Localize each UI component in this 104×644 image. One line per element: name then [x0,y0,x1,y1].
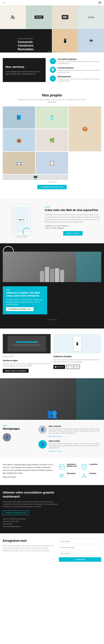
temoignages-title: témoignages [3,427,34,430]
dream-left: HELLO! Image de Freepik [3,204,40,238]
projets-cta-button[interactable]: APPRENEZ ENCORE PLUS [38,185,66,189]
testimonial-name-2: NORA POISÉ [49,440,101,442]
apprentissage-right: 24/7 Assistance 24h/24 et 7j/7 La gestio [58,463,101,480]
apprent-card-2: La gestion [81,463,101,470]
footer-cta-section: Obtenez votre consultation gratuite main… [0,485,104,533]
version-online-body: Duis aute irure dolor in reprehenderit i… [3,363,50,367]
dream-feature-2: Prise en charge multilingue [45,227,101,229]
projets-grid: 📘 🧴 🍪 👜 🌿 📇 📋 💻 [3,106,101,180]
svg-rect-2 [82,464,87,469]
testimonial-name-1: NINA LARÇON [49,425,101,427]
temoignages-section: témoignages 👤 👤 NINA LARÇON "Duis aute i… [0,420,104,458]
temoignages-image-banner: 👥 [0,378,104,420]
service-title-2: Commercialisation [58,67,101,69]
service-card-2: 📊 Commercialisation Sample text. Click t… [50,67,101,73]
obtenir-title: Obtenez le meilleur site Web conçu pour … [6,292,44,297]
footer-cta-button[interactable]: CONSULTATION GRATUITE [3,510,29,515]
temoignages-right: 👤 NINA LARÇON "Duis aute irure dolor in … [38,425,101,452]
hero-image-7: 💻 [78,29,104,52]
service-body-1: Sample text. Click to select the text bo… [58,61,101,64]
google-play-button[interactable]: Google Play [66,365,80,369]
app-store-button[interactable]: App Store [54,365,65,369]
projet-image-8: 💻 [3,174,68,180]
register-email-input[interactable] [59,545,101,550]
version-mobile-card: 📱 Préférez-le Portable Duis aute irure d… [54,334,101,373]
apprentissage-body: Nous offrons un apprentissage en ligne f… [3,463,54,475]
testimonial-body-2: "Duis aute irure dolor in reprehenderit … [49,443,101,449]
dream-phone-mockup: HELLO! [13,204,30,235]
version-online-card: Image de Freepik Version en ligne Duis a… [3,334,50,373]
navbar: logo [0,0,104,6]
hamburger-menu-button[interactable] [98,2,101,4]
testimonial-avatar-2: 👤 [38,440,47,448]
apprent-title-2: La gestion [89,463,98,465]
footer-cta-body: Pellentesque, lorem adipiscing elit null… [3,500,58,508]
register-password-input[interactable] [59,551,101,556]
app-store-label: App Store [58,366,64,368]
projet-image-2: 🧴 [36,106,68,128]
register-submit-button[interactable]: S'INSCRIRE [59,557,101,562]
hero-image-5: À PROPOS DE NOUS Concevoir.Construire.Re… [0,29,52,52]
footer-email: nomenterprise@exemple.com [3,526,21,527]
testimonial-body-1: "Duis aute irure dolor in reprehenderit … [49,428,101,434]
hero-image-2: MOCKUP [26,6,52,29]
register-title: Enregistrez-moi! [3,539,54,542]
store-buttons: App Store Google Play [54,365,101,369]
register-firstname-input[interactable] [59,539,101,544]
service-icon-3: </> [50,76,56,82]
testimonial-link-1[interactable]: Apprenez encore plus [49,436,62,437]
projet-image-4: 👜 [3,129,35,151]
version-online-image [3,334,50,354]
service-body-3: Sample text. Click to select the text bo… [58,78,101,82]
version-browser-button[interactable]: Débuler dans le navigateur [3,369,28,373]
dream-body: L'OFB delivers to nullam et id laculis e… [45,214,101,223]
register-section: Enregistrez-moi! En fait, votre sera mei… [0,533,104,567]
hero-image-1: & [0,6,26,29]
footer-cta-title: Obtenez votre consultation gratuite main… [3,490,58,498]
dream-caption: Image de Freepik [3,236,40,238]
projet-image-7: 📋 [36,152,68,174]
apprent-title-1: Assistance 24h/24 et 7j/7 [67,463,79,467]
hero-image-6: 📱 [52,29,78,52]
testimonial-link-2[interactable]: Apprenez encore plus [49,450,62,452]
service-body-2: Sample text. Click to select the text bo… [58,70,101,73]
version-mobile-image: 📱 [54,334,101,354]
service-card-3: </> Développement Sample text. Click to … [50,76,101,82]
version-caption-1: Image de Freepik [3,356,50,358]
projets-section: Nos projets Will aliquet eget id consect… [0,88,104,195]
apprent-icon-1: 24/7 [58,463,65,470]
footer-address: New York, 4456 Parker Rd. Allentown,New … [3,518,26,522]
register-left: Enregistrez-moi! En fait, votre sera mei… [3,539,54,562]
services-description: Lorem text lorem lorem text lorem lorem … [6,70,43,75]
apprent-card-3: Partenariat [58,472,79,480]
projet-image-6: 📇 [3,152,35,174]
service-card-1: ✏ Conception graphique Sample text. Clic… [50,58,101,64]
obtenir-text-box: Obtenez le meilleur site Web conçu pour … [3,286,47,314]
footer-contact: New York, 4456 Parker Rd. Allentown,New … [3,518,26,528]
projet-image-1: 📘 [3,106,35,128]
teal-accent [76,252,101,282]
apprent-card-1: 24/7 Assistance 24h/24 et 7j/7 [58,463,79,470]
apprentissage-section: Nous offrons un apprentissage en ligne f… [0,458,104,485]
dream-cta-button[interactable]: VOIR LA SUITE [63,231,83,236]
obtenir-team-image [3,252,101,282]
services-title: Nos services [6,65,43,69]
dream-section: HELLO! Image de Freepik Créez votre site… [0,199,104,243]
version-section: Image de Freepik Version en ligne Duis a… [0,328,104,378]
dream-features: Assistance par e-mail et téléphone Prise… [45,225,101,229]
services-section: Nos services Lorem text lorem lorem text… [0,52,104,88]
apprent-title-4: Contacts [89,472,96,474]
dream-feature-1: Assistance par e-mail et téléphone [45,225,101,227]
apprentissage-caption: Image de Freepik [3,476,54,478]
temoignages-left: témoignages 👤 [3,425,34,452]
svg-text:24/7: 24/7 [60,466,64,468]
obtenir-cta-button[interactable]: APPRENEZ ENCORE PLUS [6,307,34,311]
testimonial-avatar-1: 👤 [38,425,47,434]
services-left: Nos services Lorem text lorem lorem text… [3,58,46,82]
hero-image-3: MK [52,6,78,29]
apprent-title-3: Partenariat [67,472,76,474]
apprent-card-4: Contacts [81,472,101,480]
projet-image-3: 🍪 [69,106,101,151]
obtenir-section: Obtenez le meilleur site Web conçu pour … [0,243,104,328]
hero-caption: Image de Freepik [0,50,104,52]
